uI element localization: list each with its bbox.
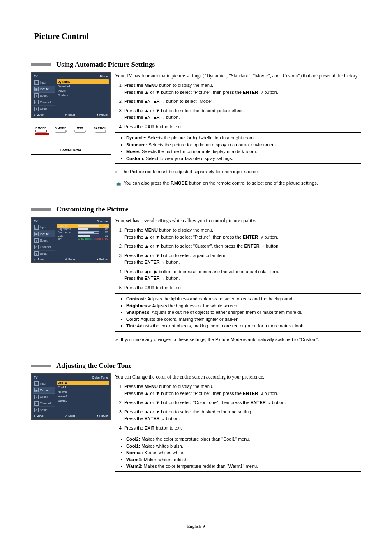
input-icon: ⬚ [34,381,39,386]
picture-icon: ▦ [34,232,39,236]
osd-content: Dynamic Standard Movie Custom [55,79,109,112]
osd-item-movie: Movie [57,88,109,93]
step: Press the ▲ or ▼ button to select "Custo… [124,243,361,250]
enter-icon [258,90,263,95]
text-column: Your TV has four automatic picture setti… [115,72,361,191]
step: Press the ▲ or ▼ button to select the de… [124,409,361,422]
channel-icon: C [34,100,39,104]
osd-foot-move: Move [34,113,44,116]
section-title: Using Automatic Picture Settings [56,60,155,69]
remote-callout: P.MODE S.MODE MTS CAPTION BN59-00429A [31,121,111,155]
enter-icon [160,416,165,421]
picture-icon: ▦ [34,87,39,91]
page-title: Picture Control [34,32,89,41]
note-block: Dynamic: Selects the picture for high-de… [115,132,361,164]
step: Press the ▲ or ▼ button to select a part… [124,252,361,266]
setup-icon: ⚙ [34,107,39,111]
section-title: Customizing the Picture [56,205,128,214]
slider-label: Contrast [58,224,77,227]
osd-foot-enter: Enter [65,113,75,116]
section-intro: Your set has several settings which allo… [115,217,361,224]
btn-pmode[interactable] [35,130,47,132]
setup-icon: ⚙ [34,408,39,412]
section-header: Using Automatic Picture Settings [31,60,361,69]
osd-badge: Custom [97,219,108,223]
osd-item-standard: Standard [57,84,109,88]
osd-tv-label: TV [34,219,38,223]
btn-mts[interactable] [74,130,85,132]
arrow-note: The Picture mode must be adjusted separa… [115,168,361,175]
btn-caption[interactable] [95,130,106,132]
channel-icon: C [34,245,39,249]
steps-list: Press the MENU button to display the men… [115,227,361,291]
btn-smode[interactable] [55,130,66,132]
note-block: Cool2: Makes the color temperature bluer… [115,434,361,472]
steps-list: Press the MENU button to display the men… [115,383,361,431]
osd-item-dynamic: Dynamic [57,79,109,84]
enter-icon [266,400,271,405]
osd-foot-return: Return [97,113,108,116]
osd-badge: Mode [100,74,108,78]
osd-badge: Color Tone [92,376,108,379]
setup-icon: ⚙ [34,251,39,256]
osd-tv-label: TV [34,74,38,78]
enter-icon [258,391,263,396]
page-title-frame: Picture Control [31,29,361,44]
section-customizing: Customizing the Picture TV Custom ⬚Input… [31,205,361,347]
enter-icon [160,99,165,104]
page-footer: English-9 [31,524,361,529]
btn-mts-label: MTS [77,127,83,130]
step: Press the ENTER button to select "Mode". [124,98,361,105]
sound-icon: ♪ [34,238,39,243]
step: Press the MENU button to display the men… [124,227,361,240]
step: Press the ◀ or ▶ button to decrease or i… [124,268,361,282]
note-line: Standard: Selects the picture for optimu… [121,142,361,149]
note-block: Contrast: Adjusts the lightness and dark… [115,293,361,332]
section-color-tone: Adjusting the Color Tone TV Color Tone ⬚… [31,362,361,474]
sound-icon: ♪ [34,395,39,399]
section-title: Adjusting the Color Tone [56,362,131,370]
step: Press the EXIT button to exit. [124,284,361,291]
btn-caption-label: CAPTION [94,127,107,130]
enter-icon [258,235,263,239]
picture-icon: ▦ [34,388,39,392]
graphics-column: TV Mode ⬚Input ▦Picture ♪Sound CChannel … [31,72,111,155]
osd-custom-panel: TV Custom ⬚Input ▦Picture ♪Sound CChanne… [31,217,111,263]
remote-icon [115,181,124,186]
osd-color-tone-panel: TV Color Tone ⬚Input ▦Picture ♪Sound CCh… [31,373,111,420]
osd-mode-panel: TV Mode ⬚Input ▦Picture ♪Sound CChannel … [31,72,111,118]
steps-list: Press the MENU button to display the men… [115,82,361,130]
osd-item-custom: Custom [57,93,109,98]
remote-note: You can also press the P.MODE button on … [115,180,361,187]
section-auto-picture: Using Automatic Picture Settings TV Mode… [31,60,361,191]
btn-pmode-label: P.MODE [35,127,46,130]
step: Press the EXIT button to exit. [124,123,361,130]
step: Press the EXIT button to exit. [124,425,361,432]
step: Press the MENU button to display the men… [124,82,361,95]
arrow-note: If you make any changes to these setting… [115,336,361,343]
note-line: Dynamic: Selects the picture for high-de… [121,135,361,142]
section-intro: Your TV has four automatic picture setti… [115,72,361,79]
channel-icon: C [34,401,39,406]
enter-icon [260,244,265,248]
enter-icon [160,115,165,120]
osd-tv-label: TV [34,376,38,379]
section-intro: You can Change the color of the entire s… [115,373,361,381]
btn-smode-label: S.MODE [55,127,66,130]
enter-icon [160,276,165,281]
slider-value: 100 [100,224,108,227]
remote-model: BN59-00429A [31,148,111,152]
enter-icon [160,260,165,265]
osd-sidebar: ⬚Input ▦Picture ♪Sound CChannel ⚙Setup [33,79,55,112]
step: Press the ▲ or ▼ button to select the de… [124,107,361,121]
input-icon: ⬚ [34,80,39,85]
step: Press the ▲ or ▼ button to select "Color… [124,399,361,406]
sound-icon: ♪ [34,93,39,98]
input-icon: ⬚ [34,225,39,230]
note-line: Custom: Select to view your favorite dis… [121,155,361,162]
note-line: Movie: Selects the picture for comfortab… [121,148,361,155]
step: Press the MENU button to display the men… [124,383,361,397]
